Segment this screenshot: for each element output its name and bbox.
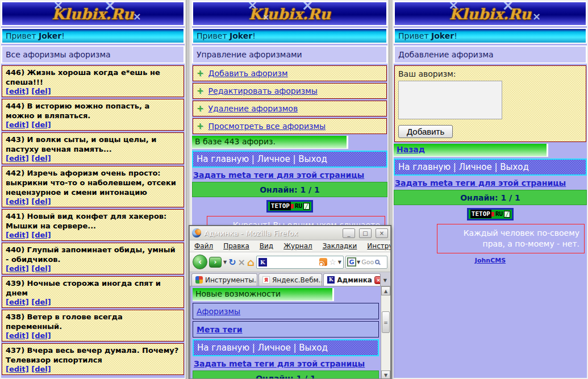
del-link[interactable]: [del] [31,231,51,239]
del-link[interactable]: [del] [31,197,51,206]
minimize-button[interactable]: _ [343,228,355,238]
tab-list-dropdown-icon[interactable]: ▼ [382,276,389,286]
online-bar: Онлайн: 1 / 1 [192,182,387,197]
del-link[interactable]: [del] [31,87,51,95]
edit-link[interactable]: [edit] [6,87,29,95]
url-dropdown-icon[interactable]: ▼ [338,260,341,265]
tab-yandex-webmaster[interactable]: Я Яндекс.Вебм... [258,273,322,286]
aphorism-card: 446) Жизнь хороша когда е*ешь не спеша!!… [2,65,184,97]
random-quote: Каждый человек по-своему прав, а по-моем… [437,224,585,253]
scrollbar[interactable]: ▲ ≡ ▼ [381,286,390,379]
add-aphorism-link[interactable]: Добавить афоризм [208,69,288,78]
reload-button[interactable]: ↻ [228,257,236,268]
firefox-menubar: Файл Правка Вид Журнал Закладки Инструме… [190,240,390,252]
aphorism-textarea[interactable] [398,81,502,119]
tetop-counter-badge[interactable]: TETOPRU╱ [467,208,514,220]
edit-link[interactable]: [edit] [6,331,29,340]
page-title: Управление афоризмами [192,45,387,64]
tab-close-icon[interactable]: × [374,276,381,284]
tetop-counter-badge[interactable]: TETOPRU╱ [266,200,313,213]
scroll-down-icon[interactable]: ▼ [381,370,390,379]
submit-button[interactable]: Добавить [398,125,453,138]
rss-icon[interactable] [319,258,327,266]
nav-bar[interactable]: На главную | Личное | Выход [394,159,587,176]
bookmark-star-icon[interactable]: ☆ [329,257,336,266]
tab-tools[interactable]: Инструменты... [191,273,257,286]
sparkle-icon: × [133,10,141,22]
plus-icon: + [197,121,204,131]
aphorism-text: 442) Изречь афоризм очень просто: выкрик… [6,168,180,197]
plus-icon: + [197,68,204,78]
menu-file[interactable]: Файл [194,242,213,250]
edit-link[interactable]: [edit] [6,197,29,206]
stop-button[interactable]: × [238,257,245,268]
aphorisms-link[interactable]: Афоризмы [197,307,240,316]
edit-link[interactable]: [edit] [6,298,29,306]
meta-tags-section-link[interactable]: Мета теги [197,325,243,334]
del-link[interactable]: [del] [31,331,51,340]
aphorism-card: 437) Вчера весь вечер думала. Почему? Те… [2,343,184,375]
aphorisms-section-card[interactable]: Афоризмы [193,303,379,319]
online-link[interactable]: Онлайн: 1 / 1 [260,185,320,194]
meta-tags-link[interactable]: Задать meta теги для этой страницы [194,359,365,368]
meta-tags-link[interactable]: Задать meta теги для этой страницы [395,178,566,188]
home-button[interactable]: ⌂ [247,256,255,268]
aphorism-text: 437) Вчера весь вечер думала. Почему? Те… [6,345,180,365]
menu-item-edit[interactable]: + Редактировать афоризмы [193,83,387,99]
tab-adminka[interactable]: K Админка × [323,273,380,286]
sparkle-icon: × [532,10,541,22]
counter-name: TETOP [470,210,491,218]
counter-wrap: TETOPRU╱ [192,199,387,213]
online-bar: Онлайн: 1 / 1 [193,370,379,379]
menu-edit[interactable]: Правка [223,242,249,250]
meta-tags-section-card[interactable]: Мета теги [193,321,379,338]
nav-bar[interactable]: На главную | Личное | Выход [193,339,379,356]
firefox-titlebar[interactable]: Админка - Mozilla Firefox _ □ × [190,226,390,240]
online-link[interactable]: Онлайн: 1 / 1 [460,193,520,202]
del-link[interactable]: [del] [31,298,51,306]
aphorism-text: 439) Ночные сторожа иногда спят и днем [6,278,180,298]
delete-aphorisms-link[interactable]: Удаление афоризмов [208,104,298,113]
back-link[interactable]: Назад [397,145,425,154]
maximize-button[interactable]: □ [359,228,372,238]
menu-tools[interactable]: Инструменты [367,242,390,250]
greeting-bar: Привет Joker! [394,28,587,44]
edit-aphorisms-link[interactable]: Редактировать афоризмы [208,86,318,95]
edit-link[interactable]: [edit] [6,120,29,129]
del-link[interactable]: [del] [31,264,51,273]
history-dropdown-icon[interactable]: ▼ [223,260,227,265]
del-link[interactable]: [del] [31,365,51,373]
forward-button[interactable]: › [209,257,222,268]
del-link[interactable]: [del] [31,120,51,129]
edit-link[interactable]: [edit] [6,365,29,373]
menu-item-delete[interactable]: + Удаление афоризмов [193,101,387,116]
edit-link[interactable]: [edit] [6,231,29,239]
back-button[interactable]: ‹ [193,255,207,269]
site-logo-text: Klubix.Ru [52,6,134,23]
search-magnifier-icon[interactable] [375,260,380,264]
greeting-bar: Привет Joker! [1,28,185,44]
firefox-icon [192,228,201,238]
scroll-thumb[interactable]: ≡ [382,311,390,333]
nav-bar[interactable]: На главную | Личное | Выход [192,151,387,168]
address-bar[interactable]: K ☆ ▼ [256,256,344,269]
aphorism-field-label: Ваш аворизм: [398,69,582,78]
online-link[interactable]: Онлайн: 1 / 1 [256,374,316,379]
menu-view[interactable]: Вид [260,242,273,250]
greeting-prefix: Привет [6,31,39,40]
site-logo-banner: × × × Klubix.Ru [1,1,185,26]
johncms-link[interactable]: JohnCMS [394,257,587,264]
del-link[interactable]: [del] [31,154,51,163]
scroll-up-icon[interactable]: ▲ [381,286,390,295]
menu-item-view-all[interactable]: + Просмотреть все афоризмы [193,118,387,134]
menu-history[interactable]: Журнал [283,242,312,250]
close-button[interactable]: × [376,228,388,238]
meta-tags-link[interactable]: Задать meta теги для этой страницы [193,170,364,180]
view-all-aphorisms-link[interactable]: Просмотреть все афоризмы [208,122,326,131]
search-input[interactable]: G ▼ Goo [345,256,387,269]
edit-link[interactable]: [edit] [6,264,29,273]
menu-item-add[interactable]: + Добавить афоризм [193,65,387,81]
menu-bookmarks[interactable]: Закладки [323,242,357,250]
search-engine-dropdown-icon[interactable]: ▼ [357,260,360,265]
edit-link[interactable]: [edit] [6,154,29,163]
